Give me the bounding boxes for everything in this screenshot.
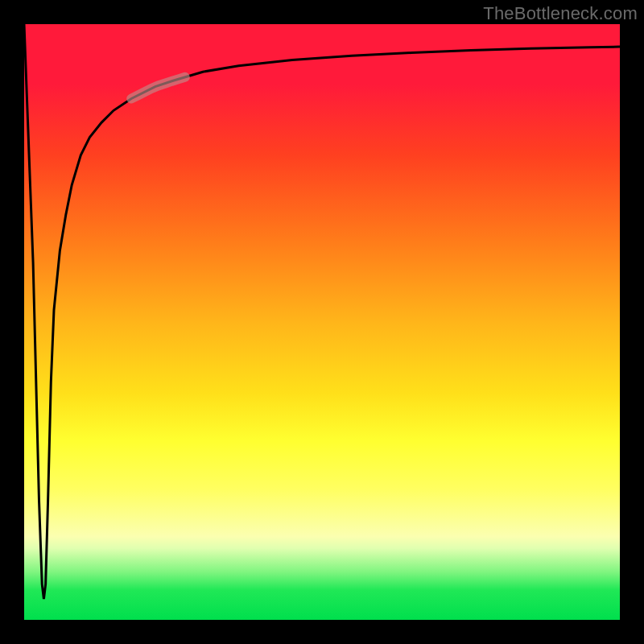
curve-svg bbox=[24, 24, 620, 620]
plot-area bbox=[24, 24, 620, 620]
bottleneck-curve-path bbox=[24, 24, 620, 599]
source-label: TheBottleneck.com bbox=[483, 3, 638, 24]
bottleneck-chart-figure: TheBottleneck.com bbox=[0, 0, 644, 644]
highlighted-segment-path bbox=[131, 77, 185, 99]
